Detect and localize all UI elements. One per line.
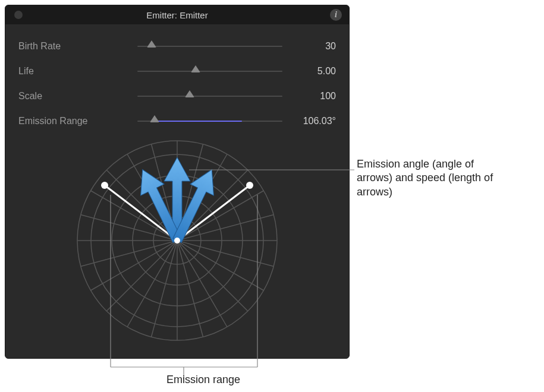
close-icon[interactable]	[14, 11, 23, 19]
titlebar: Emitter: Emitter i	[5, 5, 349, 24]
emission-arrows[interactable]	[131, 157, 224, 246]
panel-title: Emitter: Emitter	[146, 10, 207, 20]
life-slider[interactable]	[137, 65, 282, 78]
param-value[interactable]: 106.03°	[282, 116, 336, 127]
emission-dial[interactable]	[5, 134, 349, 347]
param-label: Scale	[18, 91, 137, 102]
scale-slider[interactable]	[137, 90, 282, 103]
emission-range-slider[interactable]	[137, 115, 282, 128]
dial-svg	[70, 134, 284, 347]
param-label: Emission Range	[18, 116, 137, 127]
annotation-emission-angle: Emission angle (angle of arrows) and spe…	[357, 157, 493, 199]
param-birth-rate: Birth Rate 30	[18, 34, 336, 59]
slider-thumb-icon[interactable]	[185, 90, 194, 97]
range-handle-right[interactable]	[246, 182, 253, 189]
param-label: Birth Rate	[18, 41, 137, 52]
param-emission-range: Emission Range 106.03°	[18, 109, 336, 134]
parameters-section: Birth Rate 30 Life 5.00 Scale 100 E	[5, 24, 349, 134]
param-value[interactable]: 100	[282, 91, 336, 102]
annotation-emission-range: Emission range	[166, 373, 297, 387]
slider-thumb-icon[interactable]	[147, 40, 156, 48]
param-life: Life 5.00	[18, 59, 336, 84]
param-value[interactable]: 30	[282, 41, 336, 52]
slider-thumb-icon[interactable]	[191, 65, 200, 72]
hud-panel: Emitter: Emitter i Birth Rate 30 Life 5.…	[5, 5, 350, 359]
param-value[interactable]: 5.00	[282, 66, 336, 77]
slider-fill	[155, 121, 241, 122]
dial-center	[174, 238, 180, 244]
info-icon[interactable]: i	[330, 9, 342, 21]
param-scale: Scale 100	[18, 84, 336, 109]
param-label: Life	[18, 66, 137, 77]
range-handle-left[interactable]	[101, 182, 108, 189]
birth-rate-slider[interactable]	[137, 40, 282, 53]
slider-thumb-icon[interactable]	[150, 115, 159, 122]
